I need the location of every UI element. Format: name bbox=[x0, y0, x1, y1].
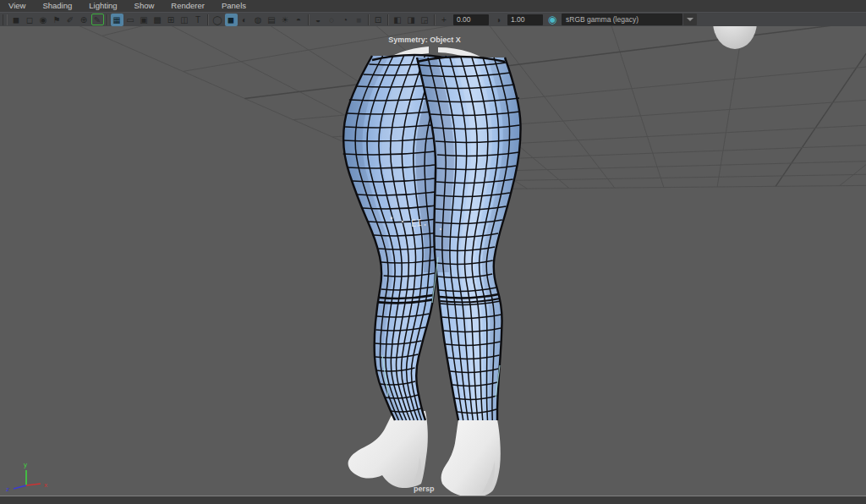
bookmark-icon[interactable]: ⚑ bbox=[51, 14, 63, 26]
window-bottom-edge bbox=[0, 496, 866, 504]
panel-toolbar: ◼◻◉⚑✐⊕✎▦▭▣▩⊞◫T◯◼◐◍▤☀◓◒◌◔■⊡◧◨◲+◑◉sRGB gam… bbox=[0, 12, 866, 26]
right-boot bbox=[441, 416, 501, 497]
axis-x-label: x bbox=[44, 481, 47, 489]
shaded-icon[interactable]: ◼ bbox=[225, 14, 238, 26]
film-gate-icon[interactable]: ▭ bbox=[124, 14, 137, 26]
exposure-icon[interactable]: + bbox=[438, 14, 451, 26]
view-transform-select[interactable]: sRGB gamma (legacy) bbox=[562, 14, 697, 25]
shadows-icon[interactable]: ◓ bbox=[293, 14, 305, 26]
menu-shading[interactable]: Shading bbox=[34, 0, 80, 12]
snapshot-icon[interactable]: ◲ bbox=[419, 14, 431, 26]
safe-title-icon[interactable]: T bbox=[192, 14, 205, 26]
gamma-icon[interactable]: ◑ bbox=[492, 14, 505, 26]
resolution-gate-icon[interactable]: ▣ bbox=[138, 14, 151, 26]
chevron-down-icon[interactable] bbox=[683, 14, 697, 25]
view-axis-indicator: xyz bbox=[6, 461, 47, 493]
field-chart-icon[interactable]: ⊞ bbox=[165, 14, 178, 26]
occlusion-icon[interactable]: ◒ bbox=[312, 14, 325, 26]
maya-viewport-window: EI.Symmetry: Object Xperspxyz ViewShadin… bbox=[0, 0, 866, 504]
camera-attributes-icon[interactable]: ◉ bbox=[37, 14, 50, 26]
perspective-viewport[interactable]: EI.Symmetry: Object Xperspxyz bbox=[0, 0, 866, 504]
safe-action-icon[interactable]: ◫ bbox=[178, 14, 191, 26]
axis-y-label: y bbox=[24, 461, 27, 468]
menu-show[interactable]: Show bbox=[126, 0, 163, 12]
symmetry-hud-label: Symmetry: Object X bbox=[388, 36, 461, 44]
axis-z-label: z bbox=[6, 485, 9, 493]
toolbar-drag-handle[interactable] bbox=[3, 14, 8, 25]
color-management-icon[interactable]: ◉ bbox=[546, 14, 559, 26]
image-plane-icon[interactable]: ✐ bbox=[64, 14, 77, 26]
toolbar-separator bbox=[308, 14, 309, 25]
anti-aliasing-icon[interactable]: ◔ bbox=[339, 14, 352, 26]
toolbar-separator bbox=[207, 14, 208, 25]
select-camera-icon[interactable]: ◼ bbox=[10, 14, 23, 26]
toolbar-separator bbox=[434, 14, 435, 25]
menu-lighting[interactable]: Lighting bbox=[80, 0, 125, 12]
depth-of-field-icon[interactable]: ■ bbox=[353, 14, 365, 26]
use-default-material-icon[interactable]: ▤ bbox=[266, 14, 278, 26]
menu-view[interactable]: View bbox=[0, 0, 34, 12]
view-transform-value: sRGB gamma (legacy) bbox=[562, 14, 682, 25]
toolbar-separator bbox=[107, 14, 107, 25]
grid-icon[interactable]: ▦ bbox=[111, 14, 123, 26]
toolbar-separator bbox=[368, 14, 369, 25]
camera-name-label: persp bbox=[414, 485, 435, 493]
isolate-select-icon[interactable]: ⊡ bbox=[372, 14, 385, 26]
lock-camera-icon[interactable]: ◻ bbox=[24, 14, 36, 26]
pan-zoom-icon[interactable]: ⊕ bbox=[78, 14, 90, 26]
wireframe-icon[interactable]: ◯ bbox=[211, 14, 224, 26]
gate-mask-icon[interactable]: ▩ bbox=[151, 14, 164, 26]
textured-icon[interactable]: ◍ bbox=[252, 14, 265, 26]
xray-joints-icon[interactable]: ◨ bbox=[405, 14, 418, 26]
menu-panels[interactable]: Panels bbox=[213, 0, 255, 12]
menu-renderer[interactable]: Renderer bbox=[162, 0, 213, 12]
motion-blur-icon[interactable]: ◌ bbox=[326, 14, 338, 26]
mesh-paint-decal: EI. bbox=[410, 217, 428, 229]
lighting-icon[interactable]: ☀ bbox=[279, 14, 292, 26]
panel-menu-bar: ViewShadingLightingShowRendererPanels bbox=[0, 0, 866, 12]
gamma-field[interactable] bbox=[507, 14, 543, 25]
toolbar-separator bbox=[387, 14, 388, 25]
xray-icon[interactable]: ◧ bbox=[392, 14, 404, 26]
wireframe-on-shaded-icon[interactable]: ◐ bbox=[238, 14, 251, 26]
grease-pencil-icon[interactable]: ✎ bbox=[91, 14, 104, 25]
exposure-field[interactable] bbox=[453, 14, 489, 25]
